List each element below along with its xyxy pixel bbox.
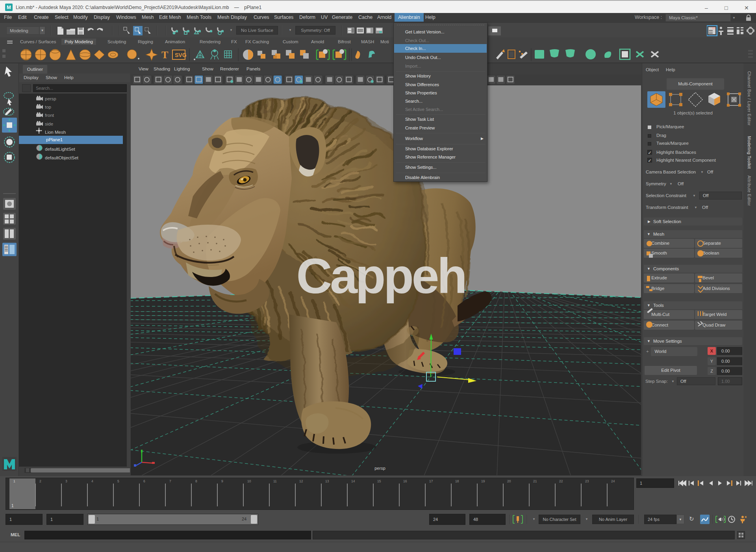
svg-text:14: 14 (351, 479, 355, 483)
svg-text:13: 13 (325, 479, 329, 483)
svg-text:7: 7 (169, 479, 171, 483)
svg-text:persp: persp (374, 466, 385, 471)
svg-text:9: 9 (221, 479, 223, 483)
svg-text:SVG: SVG (175, 52, 187, 58)
svg-text:T: T (161, 49, 168, 61)
svg-text:10: 10 (247, 479, 251, 483)
svg-text:11: 11 (273, 479, 277, 483)
svg-text:22: 22 (559, 479, 563, 483)
svg-text:1: 1 (11, 504, 14, 508)
svg-text:23: 23 (585, 479, 589, 483)
svg-text:19: 19 (481, 479, 485, 483)
svg-text:4: 4 (91, 479, 93, 483)
svg-text:6: 6 (143, 479, 145, 483)
svg-text:3: 3 (65, 479, 67, 483)
svg-text:8: 8 (195, 479, 197, 483)
svg-text:12: 12 (299, 479, 303, 483)
svg-text:5: 5 (117, 479, 119, 483)
svg-text:21: 21 (533, 479, 537, 483)
svg-text:24: 24 (611, 479, 615, 483)
svg-text:20: 20 (507, 479, 511, 483)
svg-text:15: 15 (377, 479, 381, 483)
svg-text:1: 1 (13, 479, 15, 483)
svg-text:17: 17 (429, 479, 433, 483)
svg-text:18: 18 (455, 479, 459, 483)
svg-text:2: 2 (39, 479, 41, 483)
svg-text:Cappeh: Cappeh (296, 248, 465, 304)
svg-text:16: 16 (403, 479, 407, 483)
